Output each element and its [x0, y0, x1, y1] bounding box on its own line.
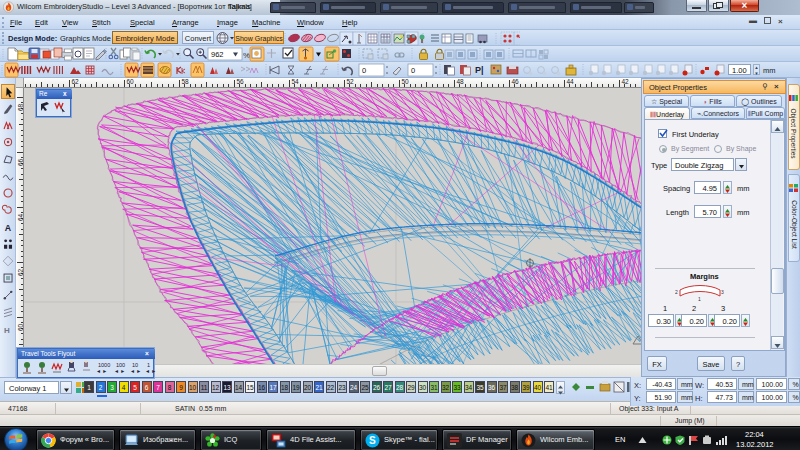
svg-text:P|: P| — [475, 65, 484, 75]
svg-text:42: 42 — [622, 78, 630, 85]
svg-text:1: 1 — [698, 296, 701, 302]
svg-text:0: 0 — [411, 66, 415, 75]
svg-text:2: 2 — [675, 289, 678, 295]
svg-text:44: 44 — [567, 78, 575, 85]
svg-text:62: 62 — [72, 78, 80, 85]
svg-text:54: 54 — [292, 78, 300, 85]
svg-text:3: 3 — [721, 289, 724, 295]
svg-text:64: 64 — [17, 213, 24, 221]
svg-text:56: 56 — [237, 78, 245, 85]
svg-text:50: 50 — [402, 78, 410, 85]
svg-text:66: 66 — [17, 158, 24, 166]
svg-text:46: 46 — [512, 78, 520, 85]
svg-text:52: 52 — [347, 78, 355, 85]
svg-text:60: 60 — [127, 78, 135, 85]
svg-text:A: A — [5, 223, 12, 233]
svg-text:48: 48 — [457, 78, 465, 85]
svg-text:60: 60 — [17, 323, 24, 331]
svg-text:68: 68 — [17, 103, 24, 111]
svg-text:S: S — [369, 435, 376, 446]
svg-text:58: 58 — [182, 78, 190, 85]
svg-text:962: 962 — [211, 50, 224, 59]
svg-text:0: 0 — [362, 66, 366, 75]
svg-text:62: 62 — [17, 268, 24, 276]
svg-text:H: H — [4, 326, 10, 335]
svg-text:%: % — [243, 51, 250, 60]
